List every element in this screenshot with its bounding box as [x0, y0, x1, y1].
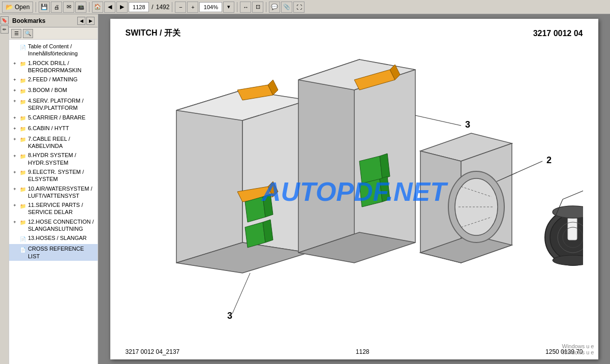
svg-line-22 — [415, 115, 461, 126]
page-title-right: 3217 0012 04 — [533, 29, 583, 38]
sidebar-item-7[interactable]: + 📁 7.CABLE REEL / KABELVINDA — [9, 134, 98, 151]
folder-icon-9: 📁 — [19, 169, 26, 177]
label-3: 3.BOOM / BOM — [28, 86, 96, 94]
expander-10: + — [11, 186, 18, 194]
page-footer: 3217 0012 04_2137 1128 1250 0139 70 — [126, 348, 583, 355]
expand-button[interactable]: ⛶ — [293, 2, 304, 13]
pdf-page: SWITCH / 开关 3217 0012 04 — [110, 19, 598, 359]
expander-cross — [11, 246, 18, 254]
sidebar-item-10[interactable]: + 📁 10.AIR/WATERSYSTEM / LUFT/VATTENSYST — [9, 184, 98, 201]
sidebar-collapse-button[interactable]: ◀ — [77, 17, 85, 25]
label-8: 8.HYDR SYSTEM / HYDR.SYSTEM — [28, 151, 96, 166]
sidebar-tree: 📄 Table of Content / Innehållsförtecknin… — [9, 40, 98, 364]
expander-9: + — [11, 169, 18, 177]
zoom-in-button[interactable]: + — [187, 2, 198, 13]
svg-rect-37 — [568, 217, 577, 240]
expander-3: + — [11, 87, 18, 95]
page-total: 1492 — [156, 4, 170, 11]
expander-11: + — [11, 202, 18, 210]
folder-icon-2: 📁 — [19, 76, 26, 84]
fit-width-button[interactable]: ↔ — [240, 2, 251, 13]
home-button[interactable]: 🏠 — [92, 2, 103, 13]
sidebar: Bookmarks ◀ ▶ ☰ 🔍 📄 Table of Content / I… — [9, 14, 98, 364]
save-button[interactable]: 💾 — [39, 2, 50, 13]
folder-icon-3: 📁 — [19, 87, 26, 95]
expander-2: + — [11, 76, 18, 84]
folder-icon-12: 📁 — [19, 219, 26, 227]
expander-5: + — [11, 114, 18, 123]
expander-12: + — [11, 219, 18, 227]
page-icon-13: 📄 — [19, 235, 26, 243]
folder-icon-11: 📁 — [19, 202, 26, 210]
sidebar-item-cross[interactable]: 📄 CROSS REFERENCE LIST — [9, 244, 98, 261]
open-label: Open — [15, 4, 29, 11]
expander-1: + — [11, 60, 18, 68]
sidebar-header: Bookmarks ◀ ▶ — [9, 14, 98, 27]
zoom-dropdown-button[interactable]: ▾ — [223, 2, 234, 13]
label-4: 4.SERV. PLATFORM / SERV.PLATTFORM — [28, 97, 96, 112]
page-icon-cross: 📄 — [19, 246, 26, 254]
sidebar-header-buttons: ◀ ▶ — [77, 17, 95, 25]
svg-text:3: 3 — [227, 311, 232, 321]
annotation-tab-button[interactable]: ✏ — [1, 25, 9, 34]
sidebar-item-toc[interactable]: 📄 Table of Content / Innehållsförtecknin… — [9, 42, 98, 58]
prev-button[interactable]: ◀ — [104, 2, 115, 13]
page-separator: / — [150, 4, 155, 11]
open-button[interactable]: 📂 Open — [2, 2, 33, 13]
email-button[interactable]: ✉ — [63, 2, 74, 13]
sidebar-left-tab: 🔖 ✏ — [0, 14, 9, 364]
win-line1: Windows u e — [562, 343, 594, 349]
zoom-out-button[interactable]: − — [175, 2, 186, 13]
folder-icon-7: 📁 — [19, 136, 26, 144]
sidebar-item-9[interactable]: + 📁 9.ELECTR. SYSTEM / ELSYSTEM — [9, 167, 98, 184]
footer-center: 1128 — [356, 348, 370, 355]
separator-1 — [36, 2, 36, 12]
attach-button[interactable]: 📎 — [281, 2, 292, 13]
sidebar-toolbar: ☰ 🔍 — [9, 27, 98, 40]
bookmark-tab-button[interactable]: 🔖 — [1, 16, 9, 24]
svg-text:2: 2 — [546, 155, 552, 165]
page-navigation: / 1492 — [129, 2, 169, 12]
windows-watermark: Windows u e Windows u e — [562, 343, 594, 355]
print-button[interactable]: 🖨 — [51, 2, 62, 13]
fit-page-button[interactable]: ⊡ — [252, 2, 263, 13]
sidebar-item-11[interactable]: + 📁 11.SERVICE PARTS / SERVICE DELAR — [9, 200, 98, 217]
comment-button[interactable]: 💬 — [269, 2, 280, 13]
sidebar-item-6[interactable]: + 📁 6.CABIN / HYTT — [9, 124, 98, 134]
folder-icon-4: 📁 — [19, 98, 26, 106]
folder-icon: 📂 — [6, 4, 13, 11]
sidebar-item-1[interactable]: + 📁 1.ROCK DRILL / BERGBORRMASKIN — [9, 58, 98, 75]
label-13: 13.HOSES / SLANGAR — [28, 234, 96, 241]
svg-line-43 — [563, 187, 583, 199]
sidebar-item-4[interactable]: + 📁 4.SERV. PLATFORM / SERV.PLATTFORM — [9, 96, 98, 113]
expander-8: + — [11, 152, 18, 160]
label-5: 5.CARRIER / BÄRARE — [28, 114, 96, 121]
sidebar-item-5[interactable]: + 📁 5.CARRIER / BÄRARE — [9, 113, 98, 124]
sidebar-search-button[interactable]: 🔍 — [23, 29, 33, 38]
folder-icon-5: 📁 — [19, 114, 26, 123]
separator-5 — [266, 2, 266, 12]
expander-13 — [11, 235, 18, 243]
sidebar-item-8[interactable]: + 📁 8.HYDR SYSTEM / HYDR.SYSTEM — [9, 150, 98, 167]
svg-marker-20 — [359, 179, 382, 207]
svg-line-46 — [232, 273, 250, 314]
drawing-area: 3 2 — [126, 44, 583, 339]
sidebar-options-button[interactable]: ☰ — [11, 29, 21, 38]
sidebar-item-2[interactable]: + 📁 2.FEED / MATNING — [9, 75, 98, 85]
toolbar: 📂 Open 💾 🖨 ✉ 📠 🏠 ◀ ▶ / 1492 − + ▾ ↔ ⊡ 💬 … — [0, 0, 610, 14]
sidebar-item-3[interactable]: + 📁 3.BOOM / BOM — [9, 85, 98, 96]
expander-7: + — [11, 136, 18, 144]
fax-button[interactable]: 📠 — [75, 2, 86, 13]
sidebar-item-13[interactable]: 📄 13.HOSES / SLANGAR — [9, 233, 98, 244]
sidebar-item-12[interactable]: + 📁 12.HOSE CONNECTION / SLANGANSLUTNING — [9, 217, 98, 234]
next-button[interactable]: ▶ — [116, 2, 128, 13]
zoom-input[interactable] — [199, 2, 222, 12]
sidebar-expand-button[interactable]: ▶ — [86, 17, 95, 25]
label-6: 6.CABIN / HYTT — [28, 125, 96, 132]
content-area: SWITCH / 开关 3217 0012 04 — [98, 14, 610, 364]
folder-icon-10: 📁 — [19, 186, 26, 194]
separator-2 — [89, 2, 89, 12]
label-9: 9.ELECTR. SYSTEM / ELSYSTEM — [28, 168, 96, 183]
page-number-input[interactable] — [129, 2, 149, 12]
footer-left: 3217 0012 04_2137 — [126, 348, 180, 355]
